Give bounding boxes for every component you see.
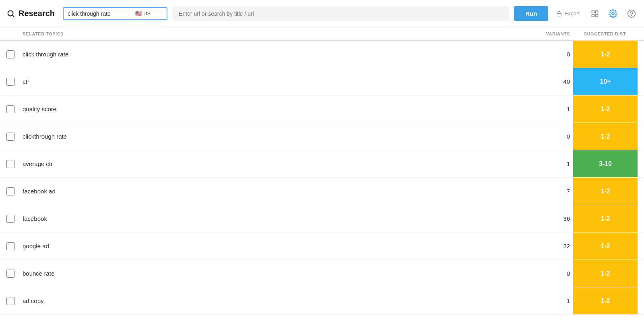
app-title: Research xyxy=(6,9,55,18)
suggested-dist-badge: 1-2 xyxy=(573,260,638,287)
row-variants: 1 xyxy=(525,297,573,304)
row-suggested: 3-10 xyxy=(573,150,638,177)
export-button[interactable]: Export xyxy=(553,9,583,18)
row-topic-name: facebook ad xyxy=(23,188,525,195)
suggested-dist-badge: 1-2 xyxy=(573,287,638,314)
table-row: ctr 40 10+ xyxy=(0,68,644,96)
suggested-dist-badge: 1-2 xyxy=(573,96,638,123)
table-row: facebook 36 1-2 xyxy=(0,205,644,233)
search-icon xyxy=(6,9,15,18)
layout-icon-button[interactable] xyxy=(589,8,601,19)
country-code: US xyxy=(143,10,151,17)
row-checkbox[interactable] xyxy=(6,215,14,223)
help-icon xyxy=(627,9,636,18)
row-variants: 0 xyxy=(525,270,573,277)
row-topic-name: ad copy xyxy=(23,297,525,304)
settings-button[interactable] xyxy=(607,8,619,20)
svg-rect-3 xyxy=(592,10,594,13)
table-body: click through rate 0 1-2 ctr 40 10+ qual… xyxy=(0,41,644,315)
svg-rect-5 xyxy=(592,14,594,17)
gear-icon xyxy=(609,9,617,18)
row-variants: 1 xyxy=(525,106,573,112)
svg-point-7 xyxy=(612,12,614,15)
row-topic-name: facebook xyxy=(23,215,525,222)
row-topic-name: google ad xyxy=(23,243,525,249)
row-topic-name: average ctr xyxy=(23,160,525,167)
url-input[interactable] xyxy=(172,6,509,21)
svg-line-1 xyxy=(12,15,14,17)
header: Research 🇺🇸 US Run Export xyxy=(0,0,644,27)
table-row: google ad 22 1-2 xyxy=(0,233,644,260)
row-checkbox[interactable] xyxy=(6,270,14,278)
row-suggested: 1-2 xyxy=(573,41,638,68)
table-row: ad copy 1 1-2 xyxy=(0,287,644,315)
svg-rect-2 xyxy=(557,13,561,16)
flag-icon: 🇺🇸 xyxy=(135,10,142,17)
help-button[interactable] xyxy=(625,8,638,20)
row-variants: 0 xyxy=(525,51,573,58)
layout-icon xyxy=(591,10,599,18)
row-checkbox[interactable] xyxy=(6,105,14,113)
keyword-search-box[interactable]: 🇺🇸 US xyxy=(63,7,167,20)
row-topic-name: ctr xyxy=(23,78,525,85)
country-selector[interactable]: 🇺🇸 US xyxy=(135,10,151,17)
row-variants: 36 xyxy=(525,215,573,222)
row-suggested: 1-2 xyxy=(573,233,638,260)
suggested-dist-badge: 10+ xyxy=(573,68,638,95)
table-header: RELATED TOPICS VARIANTS SUGGESTED DIST. xyxy=(0,27,644,41)
row-topic-name: bounce rate xyxy=(23,270,525,277)
row-checkbox[interactable] xyxy=(6,297,14,305)
svg-rect-4 xyxy=(596,10,598,13)
row-checkbox[interactable] xyxy=(6,133,14,141)
svg-rect-6 xyxy=(596,14,598,17)
suggested-dist-badge: 1-2 xyxy=(573,41,638,68)
row-checkbox[interactable] xyxy=(6,242,14,250)
table-row: quality score 1 1-2 xyxy=(0,96,644,123)
row-suggested: 1-2 xyxy=(573,205,638,232)
header-actions: Export xyxy=(553,8,638,20)
suggested-dist-badge: 3-10 xyxy=(573,150,638,177)
table-row: click through rate 0 1-2 xyxy=(0,41,644,68)
row-checkbox[interactable] xyxy=(6,160,14,168)
table-row: average ctr 1 3-10 xyxy=(0,150,644,178)
row-suggested: 1-2 xyxy=(573,287,638,314)
row-suggested: 10+ xyxy=(573,68,638,95)
row-variants: 22 xyxy=(525,243,573,249)
col-header-topic: RELATED TOPICS xyxy=(23,31,525,36)
app-title-text: Research xyxy=(19,9,55,18)
row-checkbox[interactable] xyxy=(6,50,14,58)
row-suggested: 1-2 xyxy=(573,260,638,287)
row-suggested: 1-2 xyxy=(573,178,638,205)
row-variants: 40 xyxy=(525,78,573,85)
suggested-dist-badge: 1-2 xyxy=(573,205,638,232)
table-row: facebook ad 7 1-2 xyxy=(0,178,644,205)
table-row: clickthrough rate 0 1-2 xyxy=(0,123,644,150)
export-label: Export xyxy=(564,10,580,17)
lock-icon xyxy=(556,11,562,17)
row-checkbox[interactable] xyxy=(6,187,14,195)
col-header-variants: VARIANTS xyxy=(525,31,573,36)
row-variants: 1 xyxy=(525,160,573,167)
row-topic-name: click through rate xyxy=(23,51,525,58)
row-topic-name: clickthrough rate xyxy=(23,133,525,140)
table-row: bounce rate 0 1-2 xyxy=(0,260,644,287)
suggested-dist-badge: 1-2 xyxy=(573,123,638,150)
row-variants: 0 xyxy=(525,133,573,140)
row-suggested: 1-2 xyxy=(573,123,638,150)
keyword-input[interactable] xyxy=(68,10,132,17)
run-button[interactable]: Run xyxy=(514,6,548,21)
col-header-suggested: SUGGESTED DIST. xyxy=(573,31,638,36)
suggested-dist-badge: 1-2 xyxy=(573,178,638,205)
row-checkbox[interactable] xyxy=(6,78,14,86)
suggested-dist-badge: 1-2 xyxy=(573,233,638,260)
row-topic-name: quality score xyxy=(23,106,525,112)
row-variants: 7 xyxy=(525,188,573,195)
row-suggested: 1-2 xyxy=(573,96,638,123)
